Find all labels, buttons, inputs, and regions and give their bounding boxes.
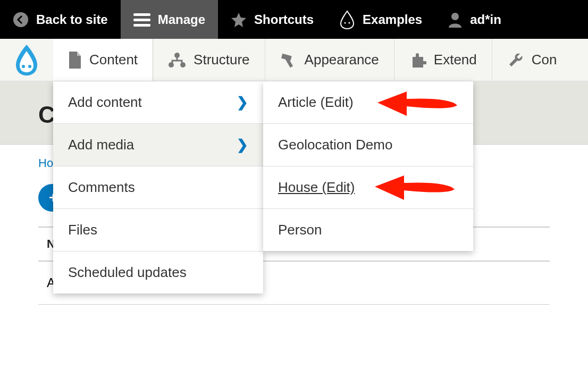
tab-structure-label: Structure <box>194 52 250 68</box>
submenu-geolocation-demo[interactable]: Geolocation Demo <box>263 123 473 166</box>
chevron-right-icon: ❯ <box>237 137 248 153</box>
wrench-icon <box>507 52 524 69</box>
svg-point-6 <box>451 13 459 20</box>
top-toolbar: Back to site Manage Shortcuts Examples a… <box>0 0 588 39</box>
add-content-submenu: Article (Edit) Geolocation Demo House (E… <box>263 81 473 251</box>
svg-point-4 <box>345 22 346 23</box>
examples-label: Examples <box>363 12 422 27</box>
content-dropdown: Add content ❯ Add media ❯ Comments Files… <box>53 81 263 293</box>
drupal-logo[interactable] <box>0 39 53 81</box>
svg-point-11 <box>180 62 186 68</box>
menu-add-content[interactable]: Add content ❯ <box>53 81 263 123</box>
svg-point-7 <box>22 65 25 68</box>
chevron-right-icon: ❯ <box>237 94 248 111</box>
manage-button[interactable]: Manage <box>121 0 218 39</box>
file-icon <box>68 52 82 69</box>
user-label: ad*in <box>470 12 501 27</box>
manage-label: Manage <box>158 12 205 27</box>
shortcuts-label: Shortcuts <box>254 12 314 27</box>
tab-content[interactable]: Content <box>53 39 153 81</box>
back-to-site-button[interactable]: Back to site <box>0 0 121 39</box>
user-button[interactable]: ad*in <box>435 0 514 39</box>
svg-point-9 <box>174 53 180 58</box>
svg-rect-1 <box>133 13 150 16</box>
drop-icon <box>339 10 355 29</box>
tab-config-label: Con <box>532 52 557 68</box>
submenu-house-edit[interactable]: House (Edit) <box>263 166 473 208</box>
svg-point-5 <box>349 22 350 23</box>
menu-label: Comments <box>68 179 135 196</box>
svg-rect-2 <box>133 19 150 21</box>
tab-appearance-label: Appearance <box>305 52 379 68</box>
back-label: Back to site <box>36 12 108 27</box>
menu-scheduled-updates[interactable]: Scheduled updates <box>53 251 263 293</box>
menu-label: Scheduled updates <box>68 264 187 281</box>
tab-structure[interactable]: Structure <box>153 39 265 81</box>
tab-extend-label: Extend <box>434 52 477 68</box>
admin-menu: Content Structure Appearance Extend Con <box>0 39 588 81</box>
user-icon <box>448 12 463 28</box>
tab-extend[interactable]: Extend <box>394 39 492 81</box>
puzzle-icon <box>409 52 426 69</box>
examples-button[interactable]: Examples <box>326 0 435 39</box>
menu-label: Add media <box>68 137 134 153</box>
svg-point-0 <box>13 12 28 27</box>
tab-config[interactable]: Con <box>492 39 572 81</box>
svg-rect-3 <box>133 24 150 27</box>
back-arrow-icon <box>13 12 29 28</box>
hammer-icon <box>280 52 297 69</box>
star-icon <box>231 12 247 28</box>
menu-label: Files <box>68 222 97 238</box>
menu-add-media[interactable]: Add media ❯ <box>53 123 263 166</box>
structure-icon <box>168 52 186 68</box>
shortcuts-button[interactable]: Shortcuts <box>218 0 326 39</box>
hamburger-icon <box>133 12 150 28</box>
svg-point-8 <box>28 65 31 68</box>
tab-appearance[interactable]: Appearance <box>265 39 394 81</box>
submenu-person[interactable]: Person <box>263 208 473 251</box>
submenu-article-edit[interactable]: Article (Edit) <box>263 81 473 123</box>
menu-files[interactable]: Files <box>53 208 263 251</box>
svg-point-10 <box>169 62 174 68</box>
menu-comments[interactable]: Comments <box>53 166 263 208</box>
tab-content-label: Content <box>89 52 138 68</box>
menu-label: Add content <box>68 94 142 111</box>
